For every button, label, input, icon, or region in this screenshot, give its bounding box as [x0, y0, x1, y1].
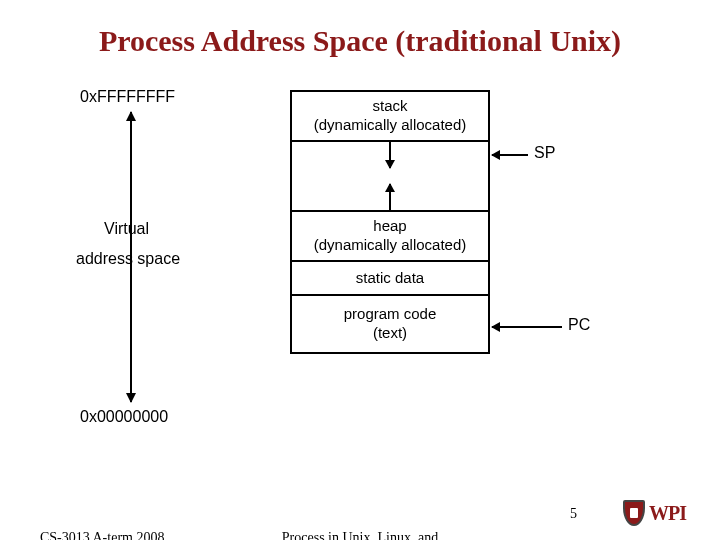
segment-text-sub: (text): [373, 324, 407, 343]
segment-free-gap: [292, 142, 488, 212]
wpi-logo: WPI: [623, 500, 686, 526]
pc-label: PC: [568, 316, 590, 334]
segment-heap: heap (dynamically allocated): [292, 212, 488, 262]
segment-static: static data: [292, 262, 488, 296]
segment-static-label: static data: [356, 269, 424, 288]
sp-label: SP: [534, 144, 555, 162]
memory-column: stack (dynamically allocated) heap (dyna…: [290, 90, 490, 354]
sp-pointer-arrow-icon: [492, 154, 528, 156]
segment-stack: stack (dynamically allocated): [292, 92, 488, 142]
segment-heap-title: heap: [373, 217, 406, 236]
footer-center: Process in Unix, Linux, and Windows: [260, 530, 460, 540]
footer-left: CS-3013 A-term 2008: [40, 530, 164, 540]
addr-space-label: address space: [76, 250, 180, 268]
wpi-logo-text: WPI: [649, 502, 686, 525]
stack-grow-down-icon: [389, 142, 391, 168]
segment-stack-title: stack: [372, 97, 407, 116]
segment-text-title: program code: [344, 305, 437, 324]
addr-virtual-label: Virtual: [104, 220, 149, 238]
heap-grow-up-icon: [389, 184, 391, 210]
addr-bot-label: 0x00000000: [80, 408, 168, 426]
wpi-shield-icon: [623, 500, 645, 526]
diagram-stage: 0xFFFFFFFF Virtual address space 0x00000…: [0, 60, 720, 480]
pc-pointer-arrow-icon: [492, 326, 562, 328]
slide-title: Process Address Space (traditional Unix): [0, 0, 720, 58]
segment-text: program code (text): [292, 296, 488, 352]
slide-number: 5: [570, 506, 577, 522]
segment-heap-sub: (dynamically allocated): [314, 236, 467, 255]
addr-top-label: 0xFFFFFFFF: [80, 88, 175, 106]
segment-stack-sub: (dynamically allocated): [314, 116, 467, 135]
